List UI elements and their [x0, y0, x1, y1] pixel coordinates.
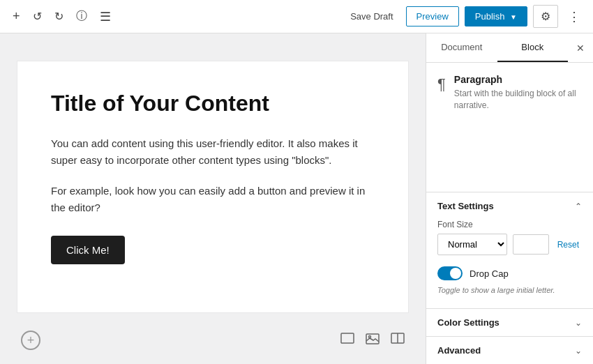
media-block-icon[interactable]: [366, 333, 380, 348]
block-details: Paragraph Start with the building block …: [454, 74, 582, 112]
toolbar-right-actions: Save Draft Preview Publish ▼ ⚙ ⋮: [343, 5, 585, 29]
plus-icon: +: [27, 333, 35, 348]
advanced-chevron-icon: ⌄: [575, 346, 582, 356]
add-block-button[interactable]: +: [8, 5, 24, 28]
editor-bottom-bar: +: [0, 331, 426, 350]
font-size-select[interactable]: Normal Small Medium Large Extra Large: [437, 234, 507, 255]
block-description: Start with the building block of all nar…: [454, 88, 582, 112]
block-title: Paragraph: [454, 74, 582, 85]
right-panel: Document Block ✕ ¶ Paragraph Start with …: [426, 33, 593, 364]
toggle-knob: [450, 268, 461, 279]
svg-point-2: [369, 336, 371, 338]
panel-body: ¶ Paragraph Start with the building bloc…: [426, 63, 593, 192]
drop-cap-toggle[interactable]: [437, 266, 463, 280]
columns-block-icon[interactable]: [391, 333, 405, 348]
editor-content-block: Title of Your Content You can add conten…: [17, 61, 408, 312]
editor-area: Title of Your Content You can add conten…: [0, 33, 426, 364]
image-block-icon[interactable]: [340, 333, 354, 348]
gear-icon: ⚙: [541, 10, 550, 22]
publish-chevron-icon: ▼: [510, 13, 517, 21]
add-block-bottom-button[interactable]: +: [21, 331, 40, 350]
drop-cap-label: Drop Cap: [470, 268, 509, 279]
font-size-input[interactable]: [513, 234, 549, 255]
list-view-button[interactable]: ☰: [96, 5, 115, 29]
block-type-icons: [340, 333, 405, 348]
info-icon: ⓘ: [76, 9, 87, 24]
panel-tabs: Document Block ✕: [426, 33, 593, 63]
publish-button[interactable]: Publish ▼: [465, 6, 527, 26]
drop-cap-row: Drop Cap: [437, 266, 582, 280]
text-settings-section: Text Settings ⌃ Font Size Normal Small M…: [426, 192, 593, 308]
save-draft-button[interactable]: Save Draft: [343, 7, 400, 26]
list-icon: ☰: [100, 9, 111, 24]
block-info: ¶ Paragraph Start with the building bloc…: [437, 74, 582, 112]
svg-rect-0: [341, 333, 354, 343]
info-button[interactable]: ⓘ: [72, 5, 91, 28]
settings-button[interactable]: ⚙: [533, 5, 558, 28]
drop-cap-hint: Toggle to show a large initial letter.: [437, 286, 582, 294]
font-size-label: Font Size: [437, 220, 582, 229]
redo-button[interactable]: ↻: [50, 6, 68, 27]
tab-block[interactable]: Block: [497, 33, 569, 62]
more-options-button[interactable]: ⋮: [564, 5, 585, 29]
add-icon: +: [13, 9, 20, 24]
redo-icon: ↻: [54, 10, 63, 23]
color-settings-chevron-icon: ⌄: [575, 318, 582, 328]
content-paragraph-1[interactable]: You can add content using this user-frie…: [51, 135, 375, 169]
advanced-title: Advanced: [437, 345, 481, 356]
main-toolbar: + ↺ ↻ ⓘ ☰ Save Draft Preview Publish ▼ ⚙…: [0, 0, 593, 33]
font-size-reset-button[interactable]: Reset: [555, 240, 582, 250]
color-settings-section[interactable]: Color Settings ⌄: [426, 308, 593, 336]
text-settings-header[interactable]: Text Settings ⌃: [426, 192, 593, 220]
text-settings-chevron-icon: ⌃: [575, 202, 582, 211]
font-size-row: Normal Small Medium Large Extra Large Re…: [437, 234, 582, 255]
content-paragraph-2[interactable]: For example, look how you can easily add…: [51, 183, 375, 216]
toolbar-left-actions: + ↺ ↻ ⓘ ☰: [8, 5, 115, 29]
undo-button[interactable]: ↺: [29, 6, 46, 27]
panel-close-button[interactable]: ✕: [568, 37, 593, 59]
paragraph-icon: ¶: [437, 75, 446, 93]
ellipsis-icon: ⋮: [568, 10, 580, 24]
undo-icon: ↺: [33, 10, 42, 23]
color-settings-title: Color Settings: [437, 317, 500, 328]
text-settings-title: Text Settings: [437, 201, 494, 211]
tab-document[interactable]: Document: [426, 33, 497, 62]
text-settings-body: Font Size Normal Small Medium Large Extr…: [426, 220, 593, 308]
click-me-button[interactable]: Click Me!: [51, 236, 125, 264]
content-title[interactable]: Title of Your Content: [51, 89, 375, 119]
preview-button[interactable]: Preview: [406, 6, 459, 26]
advanced-section[interactable]: Advanced ⌄: [426, 336, 593, 364]
main-layout: Title of Your Content You can add conten…: [0, 33, 593, 364]
